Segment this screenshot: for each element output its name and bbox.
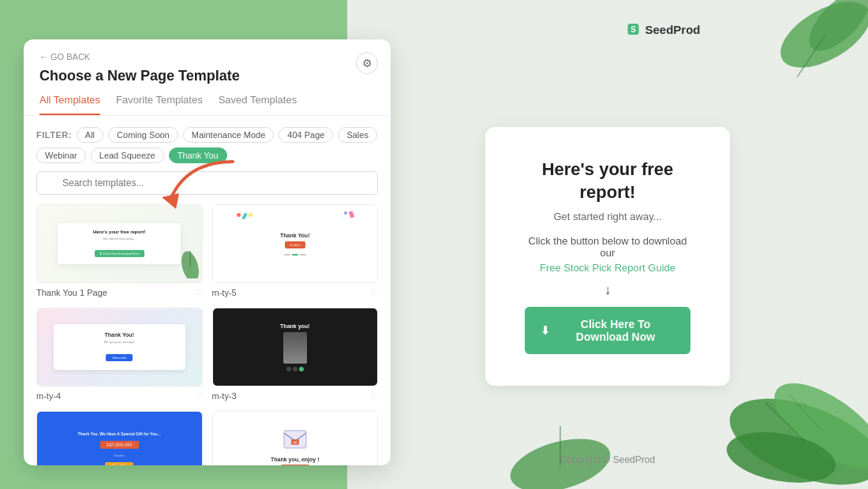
panel-tabs: All Templates Favorite Templates Saved T…: [39, 94, 375, 115]
filter-chip-thank-you[interactable]: Thank You: [169, 147, 227, 163]
seedprod-logo-icon: S: [627, 22, 641, 36]
template-thumb-mty1: ✉ Thank you, enjoy ! Get Started: [212, 411, 379, 465]
template-thumb-mty3: Thank you!: [212, 308, 379, 386]
seedprod-logo: S SeedProd: [627, 22, 701, 36]
tab-saved-templates[interactable]: Saved Templates: [219, 94, 297, 115]
preview-card-arrow: ↓: [525, 283, 690, 297]
template-thumb-ty1: Here's your free report! Get started rig…: [36, 204, 203, 283]
leaf-top-right-icon: [726, 0, 868, 134]
panel-body: FILTER: All Coming Soon Maintenance Mode…: [24, 116, 391, 465]
template-item-mty2[interactable]: Thank You. We Have A Special Gift for Yo…: [36, 411, 203, 465]
filter-chip-all[interactable]: All: [77, 127, 103, 143]
preview-card-subtitle: Get started right away...: [525, 211, 690, 222]
preview-download-button[interactable]: ⬇ Click Here To Download Now: [525, 307, 690, 354]
seedprod-logo-text: SeedProd: [645, 23, 701, 36]
filter-row: FILTER: All Coming Soon Maintenance Mode…: [36, 127, 378, 163]
download-icon: ⬇: [541, 324, 550, 337]
favorite-icon-ty1[interactable]: ♡: [194, 287, 203, 298]
favorite-icon-mty4[interactable]: ♡: [194, 390, 203, 401]
preview-card: Here's your free report! Get started rig…: [485, 127, 730, 385]
filter-chip-lead-squeeze[interactable]: Lead Squeeze: [91, 147, 164, 163]
template-label-mty5: m-ty-5 ♡: [212, 287, 379, 298]
template-thumb-mty4: Thank You! We got your message Subscribe: [36, 308, 203, 386]
search-row: 🔍: [36, 171, 378, 195]
svg-text:✉: ✉: [294, 440, 297, 445]
template-label-ty1: Thank You 1 Page ♡: [36, 287, 203, 298]
panel-header: ← GO BACK Choose a New Page Template ⚙ A…: [24, 39, 391, 116]
template-panel: ← GO BACK Choose a New Page Template ⚙ A…: [24, 39, 391, 465]
filter-chip-coming-soon[interactable]: Coming Soon: [108, 127, 178, 143]
template-item-mty3[interactable]: Thank you! m-ty-3 ♡: [212, 308, 379, 401]
copyright-text: Copyright © SeedProd: [560, 454, 655, 465]
favorite-icon-mty5[interactable]: ♡: [369, 287, 378, 298]
filter-chip-sales[interactable]: Sales: [338, 127, 377, 143]
thumb-leaf-icon: [181, 247, 200, 278]
template-label-mty4: m-ty-4 ♡: [36, 390, 203, 401]
template-thumb-mty5: Thank You! Confirm: [212, 204, 379, 283]
back-link[interactable]: ← GO BACK: [39, 52, 375, 62]
template-item-mty4[interactable]: Thank You! We got your message Subscribe…: [36, 308, 203, 401]
filter-label: FILTER:: [36, 130, 72, 140]
tab-favorite-templates[interactable]: Favorite Templates: [116, 94, 203, 115]
search-input[interactable]: [36, 171, 378, 195]
leaf-bottom-left-icon: [505, 394, 615, 489]
envelope-icon: ✉: [283, 430, 307, 449]
download-button-label: Click Here To Download Now: [556, 318, 675, 343]
filter-chip-404[interactable]: 404 Page: [279, 127, 333, 143]
template-thumb-mty2: Thank You. We Have A Special Gift for Yo…: [36, 411, 203, 465]
template-grid: Here's your free report! Get started rig…: [36, 204, 378, 465]
settings-icon[interactable]: ⚙: [356, 52, 378, 74]
template-item-mty5[interactable]: Thank You! Confirm m-ty-5 ♡: [212, 204, 379, 298]
panel-title: Choose a New Page Template: [39, 68, 375, 84]
preview-card-link[interactable]: Free Stock Pick Report Guide: [525, 262, 690, 274]
template-item-mty1[interactable]: ✉ Thank you, enjoy ! Get Started m-ty-1 …: [212, 411, 379, 465]
preview-area: S SeedProd Here's your free report! Get …: [347, 0, 868, 489]
template-item-ty1[interactable]: Here's your free report! Get started rig…: [36, 204, 203, 298]
favorite-icon-mty3[interactable]: ♡: [369, 390, 378, 401]
preview-card-desc: Click the button below to download our: [525, 235, 690, 259]
preview-card-title: Here's your free report!: [525, 159, 690, 203]
tab-all-templates[interactable]: All Templates: [39, 94, 100, 115]
filter-chip-webinar[interactable]: Webinar: [36, 147, 86, 163]
template-label-mty3: m-ty-3 ♡: [212, 390, 379, 401]
svg-text:S: S: [630, 25, 636, 34]
filter-chip-maintenance[interactable]: Maintenance Mode: [183, 127, 275, 143]
